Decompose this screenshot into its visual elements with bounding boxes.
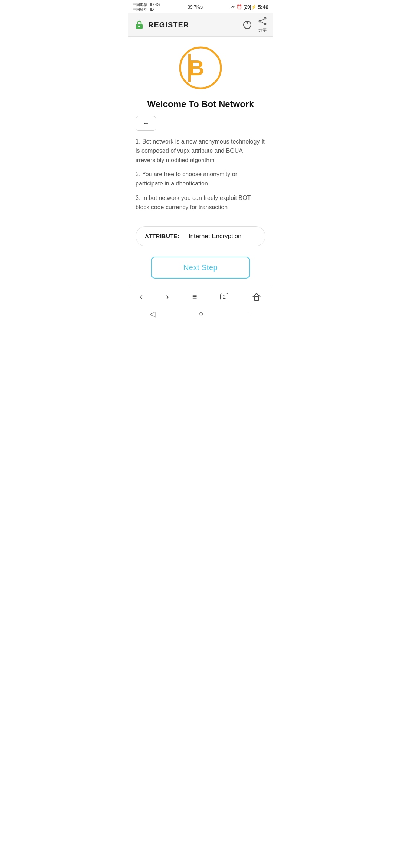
svg-point-3 bbox=[264, 17, 266, 19]
svg-line-7 bbox=[261, 22, 264, 24]
home-gesture-icon[interactable]: ○ bbox=[191, 308, 211, 319]
header-right: 分享 bbox=[242, 17, 267, 33]
welcome-title: Welcome To Bot Network bbox=[147, 99, 254, 109]
back-gesture-icon[interactable]: ◁ bbox=[142, 308, 163, 320]
carrier2-label: 中国移动 HD bbox=[133, 7, 160, 12]
svg-text:B: B bbox=[189, 56, 204, 80]
header-toolbar: REGISTER 分享 bbox=[128, 13, 273, 37]
svg-point-5 bbox=[259, 20, 261, 22]
svg-line-6 bbox=[261, 19, 264, 21]
list-item: 2. You are free to choose anonymity or p… bbox=[136, 170, 265, 188]
share-button[interactable]: 分享 bbox=[258, 17, 267, 33]
main-content: B Welcome To Bot Network ← 1. Bot networ… bbox=[128, 37, 273, 286]
carrier1-label: 中国电信 HD 4G bbox=[133, 2, 160, 7]
status-bar: 中国电信 HD 4G 中国移动 HD 39.7K/s 👁 ⏰ [29]⚡ 5:4… bbox=[128, 0, 273, 13]
header-left: REGISTER bbox=[134, 20, 189, 30]
attribute-box: ATTRIBUTE: Internet Encryption bbox=[136, 226, 265, 246]
share-icon bbox=[258, 17, 267, 27]
attribute-label: ATTRIBUTE: bbox=[145, 233, 180, 239]
description-list: 1. Bot network is a new anonymous techno… bbox=[136, 137, 265, 217]
tabs-badge: 2 bbox=[220, 293, 228, 300]
list-item: 3. In bot network you can freely exploit… bbox=[136, 194, 265, 212]
nav-back-button[interactable]: ‹ bbox=[134, 290, 148, 303]
attribute-value: Internet Encryption bbox=[189, 233, 242, 240]
share-label: 分享 bbox=[258, 27, 267, 33]
page-title: REGISTER bbox=[148, 21, 189, 29]
svg-point-1 bbox=[138, 26, 140, 27]
gesture-bar: ◁ ○ □ bbox=[128, 305, 273, 324]
next-step-button[interactable]: Next Step bbox=[151, 257, 250, 279]
svg-rect-11 bbox=[254, 297, 259, 300]
alarm-icon: ⏰ bbox=[237, 4, 242, 10]
time-label: 5:46 bbox=[258, 4, 268, 10]
logo-container: B bbox=[178, 46, 223, 92]
list-item: 1. Bot network is a new anonymous techno… bbox=[136, 137, 265, 165]
lock-icon bbox=[134, 20, 144, 30]
back-button[interactable]: ← bbox=[136, 116, 156, 131]
carrier-info: 中国电信 HD 4G 中国移动 HD bbox=[133, 2, 160, 12]
nav-tabs-button[interactable]: 2 bbox=[215, 292, 234, 302]
nav-menu-button[interactable]: ≡ bbox=[187, 290, 202, 303]
bot-network-logo: B bbox=[178, 46, 223, 90]
refresh-button[interactable] bbox=[242, 20, 252, 30]
bottom-navigation: ‹ › ≡ 2 bbox=[128, 286, 273, 305]
network-speed: 39.7K/s bbox=[188, 4, 203, 10]
svg-rect-10 bbox=[188, 54, 191, 82]
status-indicators: 👁 ⏰ [29]⚡ 5:46 bbox=[231, 4, 268, 10]
nav-home-button[interactable] bbox=[247, 290, 267, 303]
battery-label: [29]⚡ bbox=[244, 4, 257, 10]
eye-icon: 👁 bbox=[231, 4, 235, 10]
recents-gesture-icon[interactable]: □ bbox=[239, 308, 258, 319]
svg-point-4 bbox=[264, 23, 266, 25]
nav-forward-button[interactable]: › bbox=[161, 290, 174, 303]
